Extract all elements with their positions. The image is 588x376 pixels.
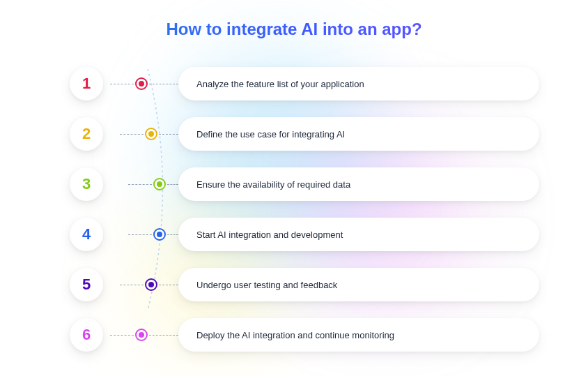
step-number-badge: 6: [70, 318, 103, 352]
step-row: 4 Start AI integration and development: [70, 211, 539, 258]
connector-dash: [167, 184, 178, 185]
step-description: Deploy the AI integration and continue m…: [178, 318, 539, 352]
connector-dash: [110, 335, 134, 336]
step-number-badge: 4: [70, 218, 103, 251]
connector-dash: [120, 134, 144, 135]
step-description: Analyze the feature list of your applica…: [178, 67, 539, 100]
step-row: 5 Undergo user testing and feedback: [70, 261, 539, 308]
step-dot: [134, 329, 149, 341]
step-number-badge: 1: [70, 67, 103, 100]
connector-dash: [128, 234, 152, 235]
connector-dash: [128, 184, 152, 185]
step-dot: [152, 178, 167, 190]
step-row: 3 Ensure the availability of required da…: [70, 160, 539, 208]
diagram-title: How to integrate AI into an app?: [0, 0, 588, 39]
step-number-badge: 2: [70, 117, 103, 151]
step-row: 6 Deploy the AI integration and continue…: [70, 311, 539, 359]
connector-dash: [149, 84, 178, 84]
connector-dash: [167, 234, 178, 235]
step-description: Define the use case for integrating AI: [178, 117, 539, 151]
step-number-badge: 5: [70, 268, 103, 301]
step-row: 2 Define the use case for integrating AI: [70, 110, 539, 158]
connector-dash: [110, 84, 134, 84]
step-number-badge: 3: [70, 167, 103, 201]
step-description: Ensure the availability of required data: [178, 167, 539, 201]
step-dot: [152, 228, 167, 241]
step-description: Start AI integration and development: [178, 218, 539, 251]
connector-dash: [149, 335, 178, 336]
connector-dash: [159, 134, 178, 135]
step-dot: [134, 77, 149, 90]
connector-dash: [159, 285, 178, 285]
step-dot: [144, 128, 159, 140]
step-row: 1 Analyze the feature list of your appli…: [70, 60, 539, 107]
connector-dash: [120, 285, 144, 285]
steps-container: 1 Analyze the feature list of your appli…: [0, 39, 588, 359]
step-dot: [144, 278, 159, 291]
step-description: Undergo user testing and feedback: [178, 268, 539, 301]
